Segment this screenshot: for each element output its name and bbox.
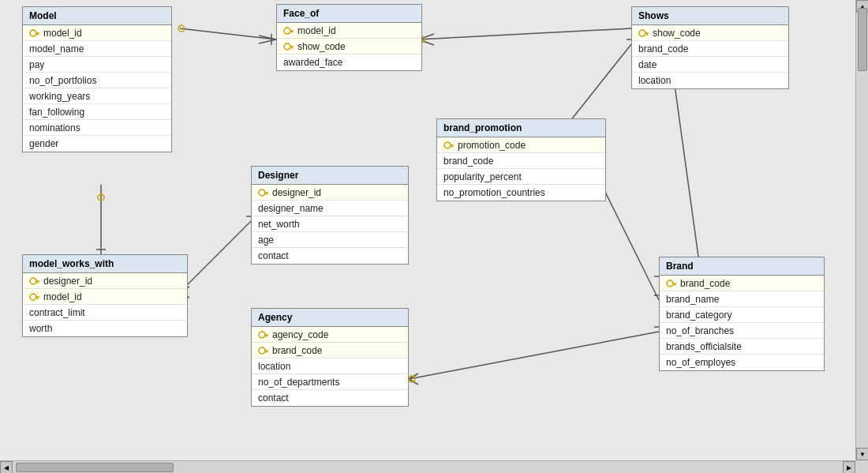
table-row: model_id — [23, 289, 187, 305]
svg-point-43 — [444, 142, 451, 148]
scroll-down-arrow[interactable]: ▼ — [856, 448, 868, 460]
table-row: show_code — [277, 39, 421, 54]
pk-icon — [258, 187, 269, 198]
table-row: no_of_employes — [660, 355, 824, 370]
vertical-scrollbar[interactable]: ▲ ▼ — [855, 0, 868, 460]
entity-brand-promotion-body: promotion_code brand_code popularity_per… — [437, 137, 605, 201]
scroll-left-arrow[interactable]: ◀ — [0, 461, 13, 473]
field-name: age — [258, 235, 274, 246]
field-name: brand_code — [272, 345, 322, 356]
svg-point-52 — [30, 294, 36, 300]
entity-face-of-header: Face_of — [277, 5, 421, 23]
svg-line-5 — [418, 28, 631, 39]
field-name: gender — [29, 138, 58, 149]
field-name: brand_code — [680, 278, 730, 289]
entity-face-of: Face_of model_id show_code awarded_face — [276, 4, 422, 71]
pk-icon — [29, 28, 40, 39]
table-row: agency_code — [252, 327, 408, 343]
entity-model-title: Model — [29, 10, 57, 21]
field-name: brand_code — [443, 156, 493, 167]
table-row: brands_officialsite — [660, 339, 824, 355]
field-name: model_name — [29, 43, 84, 54]
entity-brand-title: Brand — [666, 261, 694, 272]
pk-icon — [258, 329, 269, 340]
scroll-right-arrow[interactable]: ▶ — [843, 461, 855, 473]
svg-line-0 — [180, 28, 276, 39]
field-name: show_code — [653, 28, 701, 39]
entity-designer-body: designer_id designer_name net_worth age … — [252, 185, 408, 264]
table-row: brand_code — [437, 153, 605, 169]
field-name: model_id — [43, 291, 82, 302]
svg-line-26 — [409, 379, 418, 385]
entity-designer: Designer designer_id designer_name net_w… — [251, 166, 409, 265]
pk-icon — [29, 291, 40, 302]
entity-designer-header: Designer — [252, 167, 408, 185]
table-row: working_years — [23, 88, 171, 104]
svg-line-1 — [259, 36, 276, 39]
svg-point-49 — [30, 278, 36, 284]
field-name: no_of_branches — [666, 325, 734, 336]
entity-brand-body: brand_code brand_name brand_category no_… — [660, 276, 824, 370]
field-name: agency_code — [272, 329, 328, 340]
pk-icon — [443, 140, 455, 151]
field-name: designer_name — [258, 203, 324, 214]
field-name: brand_category — [666, 310, 731, 321]
scroll-thumb-v[interactable] — [858, 8, 867, 71]
field-name: show_code — [297, 41, 346, 52]
entity-face-of-body: model_id show_code awarded_face — [277, 23, 421, 70]
table-row: location — [632, 73, 788, 88]
pk-icon — [283, 25, 294, 36]
svg-point-28 — [409, 376, 415, 382]
field-name: awarded_face — [283, 57, 342, 68]
entity-model-works-with-title: model_works_with — [29, 258, 114, 269]
field-name: nominations — [29, 122, 80, 133]
table-row: show_code — [632, 25, 788, 41]
svg-point-55 — [259, 332, 265, 338]
field-name: designer_id — [272, 187, 321, 198]
table-row: model_id — [277, 23, 421, 39]
field-name: popularity_percent — [443, 171, 522, 182]
table-row: contact — [252, 248, 408, 264]
field-name: promotion_code — [458, 140, 526, 151]
svg-point-46 — [259, 190, 265, 196]
entity-face-of-title: Face_of — [283, 8, 319, 19]
field-name: location — [258, 361, 290, 372]
field-name: no_of_portfolios — [29, 75, 96, 86]
svg-point-11 — [98, 194, 104, 201]
svg-point-3 — [178, 25, 185, 32]
table-row: no_of_branches — [660, 323, 824, 339]
entity-shows-title: Shows — [638, 10, 669, 21]
table-row: date — [632, 57, 788, 73]
table-row: contract_limit — [23, 305, 187, 321]
table-row: nominations — [23, 120, 171, 136]
scroll-thumb-h[interactable] — [16, 463, 174, 472]
entity-model: Model model_id model_name pay no_of_port… — [22, 6, 172, 152]
table-row: awarded_face — [277, 54, 421, 70]
table-row: pay — [23, 57, 171, 73]
table-row: worth — [23, 321, 187, 336]
entity-brand-header: Brand — [660, 257, 824, 276]
table-row: model_id — [23, 25, 171, 41]
svg-point-37 — [284, 43, 290, 50]
table-row: brand_code — [632, 41, 788, 57]
pk-icon — [258, 345, 269, 356]
svg-line-25 — [409, 374, 418, 379]
table-row: brand_code — [660, 276, 824, 291]
pk-icon — [638, 28, 649, 39]
field-name: no_of_employes — [666, 357, 735, 368]
entity-model-works-with: model_works_with designer_id model_id co… — [22, 254, 188, 337]
entity-agency-title: Agency — [258, 312, 292, 323]
entity-designer-title: Designer — [258, 170, 298, 181]
table-row: location — [252, 359, 408, 374]
entity-brand-promotion-header: brand_promotion — [437, 119, 605, 137]
horizontal-scrollbar[interactable]: ◀ ▶ — [0, 460, 855, 473]
field-name: location — [638, 75, 671, 86]
entity-model-body: model_id model_name pay no_of_portfolios… — [23, 25, 171, 152]
entity-shows-header: Shows — [632, 7, 788, 25]
svg-line-21 — [675, 85, 698, 257]
table-row: brand_code — [252, 343, 408, 359]
table-row: no_promotion_countries — [437, 185, 605, 201]
table-row: net_worth — [252, 216, 408, 232]
pk-icon — [29, 276, 40, 287]
table-row: age — [252, 232, 408, 248]
